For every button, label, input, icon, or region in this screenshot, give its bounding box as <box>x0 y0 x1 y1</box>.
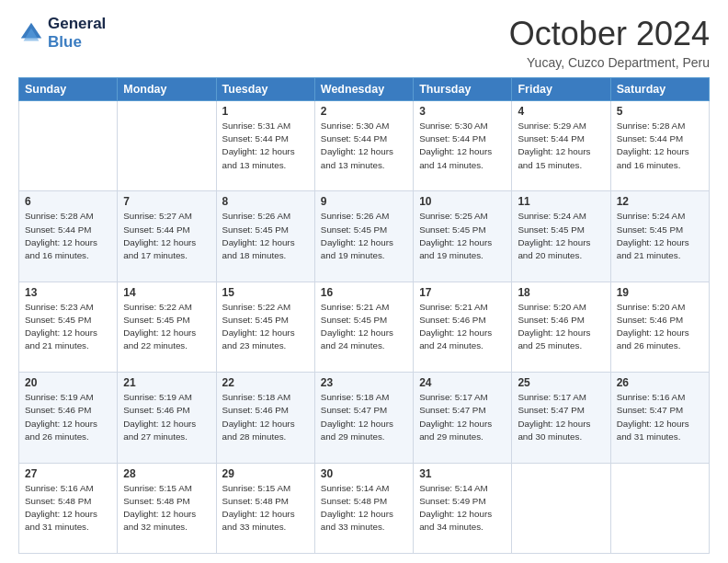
day-info: Sunrise: 5:24 AMSunset: 5:45 PMDaylight:… <box>518 210 604 262</box>
calendar-cell: 9Sunrise: 5:26 AMSunset: 5:45 PMDaylight… <box>314 191 413 282</box>
day-info: Sunrise: 5:30 AMSunset: 5:44 PMDaylight:… <box>419 120 506 172</box>
col-monday: Monday <box>118 78 216 101</box>
calendar-cell: 26Sunrise: 5:16 AMSunset: 5:47 PMDayligh… <box>610 373 709 463</box>
calendar-cell: 10Sunrise: 5:25 AMSunset: 5:45 PMDayligh… <box>414 191 512 282</box>
calendar-cell: 22Sunrise: 5:18 AMSunset: 5:46 PMDayligh… <box>216 373 314 463</box>
day-number: 26 <box>617 376 703 389</box>
day-number: 16 <box>321 286 407 299</box>
day-number: 3 <box>419 105 506 118</box>
day-info: Sunrise: 5:17 AMSunset: 5:47 PMDaylight:… <box>518 391 604 443</box>
day-info: Sunrise: 5:28 AMSunset: 5:44 PMDaylight:… <box>617 120 703 172</box>
calendar-cell: 5Sunrise: 5:28 AMSunset: 5:44 PMDaylight… <box>610 101 709 191</box>
header-row: Sunday Monday Tuesday Wednesday Thursday… <box>19 78 710 101</box>
day-number: 28 <box>123 467 210 480</box>
day-info: Sunrise: 5:17 AMSunset: 5:47 PMDaylight:… <box>419 391 506 443</box>
day-number: 9 <box>321 195 407 208</box>
day-number: 2 <box>321 105 407 118</box>
calendar-cell: 29Sunrise: 5:15 AMSunset: 5:48 PMDayligh… <box>216 463 314 553</box>
day-info: Sunrise: 5:16 AMSunset: 5:48 PMDaylight:… <box>25 482 111 534</box>
calendar-cell: 28Sunrise: 5:15 AMSunset: 5:48 PMDayligh… <box>118 463 216 553</box>
subtitle: Yucay, Cuzco Department, Peru <box>509 55 710 70</box>
calendar-cell: 4Sunrise: 5:29 AMSunset: 5:44 PMDaylight… <box>512 101 610 191</box>
calendar-cell: 18Sunrise: 5:20 AMSunset: 5:46 PMDayligh… <box>512 282 610 372</box>
col-tuesday: Tuesday <box>216 78 314 101</box>
calendar-cell: 30Sunrise: 5:14 AMSunset: 5:48 PMDayligh… <box>314 463 413 553</box>
calendar-cell: 17Sunrise: 5:21 AMSunset: 5:46 PMDayligh… <box>414 282 512 372</box>
col-sunday: Sunday <box>19 78 118 101</box>
calendar-cell: 23Sunrise: 5:18 AMSunset: 5:47 PMDayligh… <box>314 373 413 463</box>
calendar-cell: 25Sunrise: 5:17 AMSunset: 5:47 PMDayligh… <box>512 373 610 463</box>
day-number: 6 <box>25 195 111 208</box>
day-number: 14 <box>123 286 210 299</box>
calendar-cell: 27Sunrise: 5:16 AMSunset: 5:48 PMDayligh… <box>19 463 118 553</box>
day-number: 13 <box>25 286 111 299</box>
calendar-week-3: 20Sunrise: 5:19 AMSunset: 5:46 PMDayligh… <box>19 373 710 463</box>
day-info: Sunrise: 5:16 AMSunset: 5:47 PMDaylight:… <box>617 391 703 443</box>
day-info: Sunrise: 5:23 AMSunset: 5:45 PMDaylight:… <box>25 301 111 353</box>
calendar-cell: 24Sunrise: 5:17 AMSunset: 5:47 PMDayligh… <box>414 373 512 463</box>
day-number: 27 <box>25 467 111 480</box>
day-info: Sunrise: 5:25 AMSunset: 5:45 PMDaylight:… <box>419 210 506 262</box>
calendar-cell <box>19 101 118 191</box>
calendar-cell: 14Sunrise: 5:22 AMSunset: 5:45 PMDayligh… <box>118 282 216 372</box>
calendar-cell: 2Sunrise: 5:30 AMSunset: 5:44 PMDaylight… <box>314 101 413 191</box>
title-block: October 2024 Yucay, Cuzco Department, Pe… <box>509 15 710 70</box>
day-number: 23 <box>321 376 407 389</box>
calendar-cell: 21Sunrise: 5:19 AMSunset: 5:46 PMDayligh… <box>118 373 216 463</box>
calendar-cell <box>610 463 709 553</box>
day-info: Sunrise: 5:14 AMSunset: 5:49 PMDaylight:… <box>419 482 506 534</box>
day-number: 7 <box>123 195 210 208</box>
day-info: Sunrise: 5:21 AMSunset: 5:46 PMDaylight:… <box>419 301 506 353</box>
calendar-cell: 15Sunrise: 5:22 AMSunset: 5:45 PMDayligh… <box>216 282 314 372</box>
day-number: 25 <box>518 376 604 389</box>
page: General Blue October 2024 Yucay, Cuzco D… <box>0 0 728 563</box>
day-info: Sunrise: 5:19 AMSunset: 5:46 PMDaylight:… <box>123 391 210 443</box>
calendar-cell <box>118 101 216 191</box>
day-number: 19 <box>617 286 703 299</box>
day-number: 21 <box>123 376 210 389</box>
day-info: Sunrise: 5:31 AMSunset: 5:44 PMDaylight:… <box>222 120 309 172</box>
day-info: Sunrise: 5:24 AMSunset: 5:45 PMDaylight:… <box>617 210 703 262</box>
header: General Blue October 2024 Yucay, Cuzco D… <box>18 15 710 70</box>
calendar-cell: 1Sunrise: 5:31 AMSunset: 5:44 PMDaylight… <box>216 101 314 191</box>
day-number: 10 <box>419 195 506 208</box>
calendar-cell <box>512 463 610 553</box>
day-info: Sunrise: 5:26 AMSunset: 5:45 PMDaylight:… <box>321 210 407 262</box>
day-number: 31 <box>419 467 506 480</box>
day-info: Sunrise: 5:21 AMSunset: 5:45 PMDaylight:… <box>321 301 407 353</box>
col-wednesday: Wednesday <box>314 78 413 101</box>
calendar-cell: 7Sunrise: 5:27 AMSunset: 5:44 PMDaylight… <box>118 191 216 282</box>
day-info: Sunrise: 5:28 AMSunset: 5:44 PMDaylight:… <box>25 210 111 262</box>
calendar-cell: 19Sunrise: 5:20 AMSunset: 5:46 PMDayligh… <box>610 282 709 372</box>
col-friday: Friday <box>512 78 610 101</box>
calendar-cell: 20Sunrise: 5:19 AMSunset: 5:46 PMDayligh… <box>19 373 118 463</box>
day-info: Sunrise: 5:14 AMSunset: 5:48 PMDaylight:… <box>321 482 407 534</box>
day-number: 5 <box>617 105 703 118</box>
day-number: 4 <box>518 105 604 118</box>
calendar-cell: 6Sunrise: 5:28 AMSunset: 5:44 PMDaylight… <box>19 191 118 282</box>
calendar-week-4: 27Sunrise: 5:16 AMSunset: 5:48 PMDayligh… <box>19 463 710 553</box>
calendar-week-1: 6Sunrise: 5:28 AMSunset: 5:44 PMDaylight… <box>19 191 710 282</box>
day-info: Sunrise: 5:18 AMSunset: 5:46 PMDaylight:… <box>222 391 309 443</box>
calendar-cell: 31Sunrise: 5:14 AMSunset: 5:49 PMDayligh… <box>414 463 512 553</box>
day-info: Sunrise: 5:20 AMSunset: 5:46 PMDaylight:… <box>617 301 703 353</box>
logo-text: General Blue <box>48 15 106 52</box>
day-info: Sunrise: 5:20 AMSunset: 5:46 PMDaylight:… <box>518 301 604 353</box>
calendar-cell: 8Sunrise: 5:26 AMSunset: 5:45 PMDaylight… <box>216 191 314 282</box>
day-number: 29 <box>222 467 309 480</box>
day-info: Sunrise: 5:15 AMSunset: 5:48 PMDaylight:… <box>123 482 210 534</box>
day-number: 30 <box>321 467 407 480</box>
calendar-cell: 11Sunrise: 5:24 AMSunset: 5:45 PMDayligh… <box>512 191 610 282</box>
day-number: 22 <box>222 376 309 389</box>
calendar-week-0: 1Sunrise: 5:31 AMSunset: 5:44 PMDaylight… <box>19 101 710 191</box>
calendar-table: Sunday Monday Tuesday Wednesday Thursday… <box>18 77 710 554</box>
calendar-cell: 16Sunrise: 5:21 AMSunset: 5:45 PMDayligh… <box>314 282 413 372</box>
calendar-cell: 12Sunrise: 5:24 AMSunset: 5:45 PMDayligh… <box>610 191 709 282</box>
day-info: Sunrise: 5:27 AMSunset: 5:44 PMDaylight:… <box>123 210 210 262</box>
month-title: October 2024 <box>509 15 710 53</box>
day-number: 17 <box>419 286 506 299</box>
day-info: Sunrise: 5:19 AMSunset: 5:46 PMDaylight:… <box>25 391 111 443</box>
day-number: 8 <box>222 195 309 208</box>
col-thursday: Thursday <box>414 78 512 101</box>
calendar-cell: 3Sunrise: 5:30 AMSunset: 5:44 PMDaylight… <box>414 101 512 191</box>
